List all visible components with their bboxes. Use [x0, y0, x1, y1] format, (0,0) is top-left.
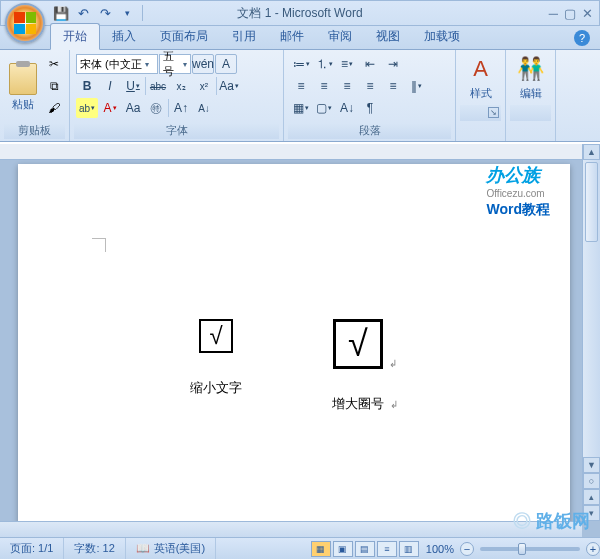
decrease-indent-button[interactable]: ⇤	[359, 54, 381, 74]
qat-customize[interactable]: ▾	[117, 3, 137, 23]
tab-insert[interactable]: 插入	[100, 24, 148, 49]
minimize-button[interactable]: ─	[549, 6, 558, 21]
watermark-line3: Word教程	[486, 200, 550, 218]
zoom-thumb[interactable]	[518, 543, 526, 555]
save-button[interactable]: 💾	[51, 3, 71, 23]
highlight-button[interactable]: ab	[76, 98, 98, 118]
tab-pagelayout[interactable]: 页面布局	[148, 24, 220, 49]
group-label-clipboard: 剪贴板	[4, 123, 65, 139]
scroll-down-button[interactable]: ▼	[583, 457, 600, 473]
prev-page-button[interactable]: ▴	[583, 489, 600, 505]
styles-launcher[interactable]: ↘	[488, 107, 499, 118]
zoom-out-button[interactable]: −	[460, 542, 474, 556]
quick-access-toolbar: 💾 ↶ ↷ ▾	[51, 3, 146, 23]
font-color-button[interactable]: A	[99, 98, 121, 118]
watermark-line2: Officezu.com	[486, 187, 550, 200]
phonetic-button[interactable]: wén	[192, 54, 214, 74]
show-marks-button[interactable]: ¶	[359, 98, 381, 118]
edit-label: 编辑	[520, 86, 542, 101]
char-border-button[interactable]: A	[215, 54, 237, 74]
status-page[interactable]: 页面: 1/1	[0, 538, 64, 559]
shrink-font-button[interactable]: A↓	[193, 98, 215, 118]
italic-button[interactable]: I	[99, 76, 121, 96]
align-center-button[interactable]: ≡	[313, 76, 335, 96]
watermark-line1: 办公族	[486, 164, 550, 187]
strike-button[interactable]: abc	[147, 76, 169, 96]
tab-mailings[interactable]: 邮件	[268, 24, 316, 49]
horizontal-ruler[interactable]	[0, 144, 582, 160]
clear-format-button[interactable]: Aa	[218, 76, 240, 96]
paste-label: 粘贴	[12, 97, 34, 112]
label-shrink-text: 缩小文字	[190, 379, 242, 397]
sort-button[interactable]: A↓	[336, 98, 358, 118]
vertical-scrollbar[interactable]: ▲ ▼ ○ ▴ ▾	[582, 144, 600, 521]
font-name-dropdown[interactable]: 宋体 (中文正	[76, 54, 158, 74]
styles-button[interactable]: A 样式	[460, 52, 501, 105]
close-button[interactable]: ✕	[582, 6, 593, 21]
paste-button[interactable]: 粘贴	[4, 52, 41, 123]
separator	[168, 99, 169, 117]
view-fullscreen[interactable]: ▣	[333, 541, 353, 557]
scroll-thumb[interactable]	[585, 162, 598, 242]
maximize-button[interactable]: ▢	[564, 6, 576, 21]
subscript-button[interactable]: x₂	[170, 76, 192, 96]
margin-corner-icon	[92, 238, 106, 252]
distribute-button[interactable]: ≡	[382, 76, 404, 96]
office-logo-icon	[14, 12, 36, 34]
borders-button[interactable]: ▢	[313, 98, 335, 118]
increase-indent-button[interactable]: ⇥	[382, 54, 404, 74]
justify-button[interactable]: ≡	[359, 76, 381, 96]
bullets-button[interactable]: ≔	[290, 54, 312, 74]
view-web[interactable]: ▤	[355, 541, 375, 557]
align-right-button[interactable]: ≡	[336, 76, 358, 96]
help-icon[interactable]: ?	[574, 30, 590, 46]
view-outline[interactable]: ≡	[377, 541, 397, 557]
group-label-paragraph: 段落	[288, 123, 451, 139]
tab-view[interactable]: 视图	[364, 24, 412, 49]
line-spacing-button[interactable]: ‖	[405, 76, 427, 96]
tab-references[interactable]: 引用	[220, 24, 268, 49]
separator	[142, 5, 143, 21]
shading-button[interactable]: ▦	[290, 98, 312, 118]
ribbon: 粘贴 ✂ ⧉ 🖌 剪贴板 宋体 (中文正 五号 wén A B I U a	[0, 50, 600, 142]
group-label-styles: ↘	[460, 105, 501, 121]
enclose-char-button[interactable]: ㊕	[145, 98, 167, 118]
status-language[interactable]: 📖英语(美国)	[126, 538, 216, 559]
numbering-button[interactable]: ⒈	[313, 54, 335, 74]
zoom-level[interactable]: 100%	[420, 543, 460, 555]
copy-button[interactable]: ⧉	[43, 76, 65, 96]
separator	[216, 77, 217, 95]
document-page[interactable]: 办公族 Officezu.com Word教程 √ 缩小文字 √ ↲ 增大圈号 …	[18, 164, 570, 524]
status-wordcount[interactable]: 字数: 12	[64, 538, 125, 559]
find-button[interactable]: 👬 编辑	[510, 52, 551, 105]
bold-button[interactable]: B	[76, 76, 98, 96]
tab-addins[interactable]: 加载项	[412, 24, 472, 49]
font-size-dropdown[interactable]: 五号	[159, 54, 191, 74]
cursor-mark-icon: ↲	[389, 358, 397, 369]
align-left-button[interactable]: ≡	[290, 76, 312, 96]
cut-button[interactable]: ✂	[43, 54, 65, 74]
undo-button[interactable]: ↶	[73, 3, 93, 23]
zoom-in-button[interactable]: +	[586, 542, 600, 556]
checkbox-small: √	[199, 319, 233, 353]
change-case-button[interactable]: Aa	[122, 98, 144, 118]
underline-button[interactable]: U	[122, 76, 144, 96]
redo-button[interactable]: ↷	[95, 3, 115, 23]
scroll-up-button[interactable]: ▲	[583, 144, 600, 160]
format-painter-button[interactable]: 🖌	[43, 98, 65, 118]
zoom-slider[interactable]	[480, 547, 580, 551]
find-icon: 👬	[517, 56, 544, 82]
tab-review[interactable]: 审阅	[316, 24, 364, 49]
status-bar: 页面: 1/1 字数: 12 📖英语(美国) ▦ ▣ ▤ ≡ ▥ 100% − …	[0, 537, 600, 559]
grow-font-button[interactable]: A↑	[170, 98, 192, 118]
multilevel-button[interactable]: ≡	[336, 54, 358, 74]
view-print-layout[interactable]: ▦	[311, 541, 331, 557]
separator	[145, 77, 146, 95]
browse-object-button[interactable]: ○	[583, 473, 600, 489]
tab-home[interactable]: 开始	[50, 23, 100, 50]
view-draft[interactable]: ▥	[399, 541, 419, 557]
office-button[interactable]	[5, 3, 45, 43]
superscript-button[interactable]: x²	[193, 76, 215, 96]
horizontal-scrollbar[interactable]	[0, 521, 582, 537]
cursor-mark-icon: ↲	[390, 399, 398, 410]
